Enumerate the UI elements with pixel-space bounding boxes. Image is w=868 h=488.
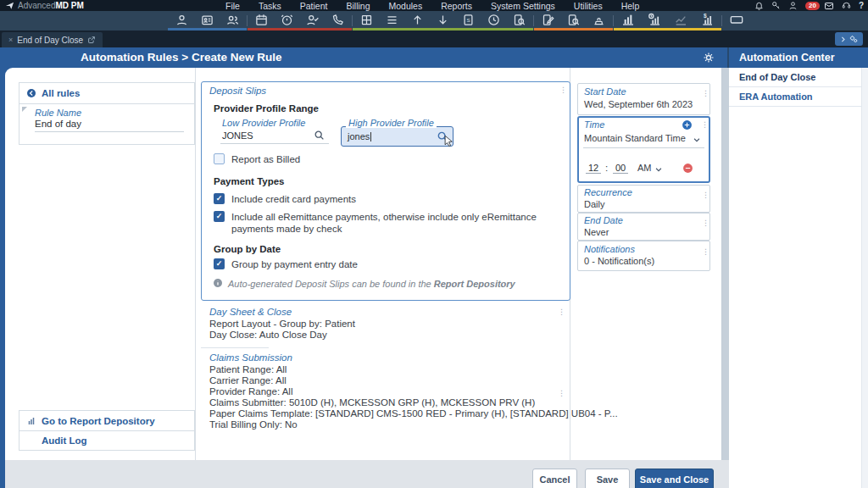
claims-line: Patient Range: All — [209, 364, 287, 374]
all-rules-button[interactable]: All rules — [19, 82, 195, 104]
deposit-slips-title: Deposit Slips — [209, 86, 266, 96]
charge-up-icon[interactable] — [411, 14, 424, 26]
group-by-date-heading: Group by Date — [214, 244, 281, 254]
report-schedule-icon[interactable] — [648, 13, 661, 26]
expand-settings-button[interactable] — [835, 32, 863, 46]
audit-log-icon — [26, 435, 36, 446]
remove-time-icon[interactable] — [682, 163, 693, 174]
tab-close-icon[interactable]: × — [8, 36, 13, 44]
cancel-button[interactable]: Cancel — [532, 469, 577, 488]
include-eremittance-checkbox[interactable]: ✓ — [214, 211, 225, 222]
charge-grid-icon[interactable] — [360, 14, 373, 26]
info-text-normal: Auto-generated Deposit Slips can be foun… — [228, 279, 434, 289]
drag-handle[interactable]: ⋮ — [702, 248, 709, 256]
audit-log-link[interactable]: Audit Log — [19, 430, 195, 451]
drag-handle[interactable]: ⋮ — [702, 191, 709, 199]
menu-help[interactable]: Help — [621, 1, 640, 11]
menu-reports[interactable]: Reports — [441, 1, 472, 11]
phone-icon[interactable] — [331, 14, 344, 26]
drag-handle[interactable]: ⋮ — [702, 219, 709, 227]
collections-stamp-icon[interactable] — [593, 14, 605, 26]
minute-input[interactable]: 00 — [613, 163, 628, 174]
tab-end-of-day-close[interactable]: × End of Day Close — [2, 32, 103, 47]
menu-modules[interactable]: Modules — [388, 1, 422, 11]
claims-line: Paper Claims Template: [STANDARD] CMS-15… — [209, 408, 618, 419]
ac-item-end-of-day-close[interactable]: End of Day Close — [729, 68, 868, 87]
timezone-select[interactable]: Mountain Standard Time — [584, 133, 686, 143]
report-chart-icon[interactable] — [621, 13, 635, 26]
tab-label: End of Day Close — [17, 36, 83, 45]
external-link-icon[interactable] — [87, 36, 96, 44]
ac-item-era-automation[interactable]: ERA Automation — [729, 87, 868, 107]
group-by-payment-entry-checkbox[interactable]: ✓ — [214, 258, 225, 269]
drag-handle[interactable]: ⋮ — [559, 86, 567, 94]
claims-line: Carrier Range: All — [209, 375, 287, 385]
help-icon[interactable]: ? — [859, 1, 864, 10]
include-credit-card-checkbox[interactable]: ✓ — [214, 193, 225, 204]
save-button[interactable]: Save — [585, 469, 630, 488]
automation-center-panel — [729, 47, 868, 488]
gears-icon — [849, 34, 859, 44]
icon-toolbar — [0, 11, 868, 30]
transaction-list-icon[interactable] — [386, 14, 398, 26]
brand-prefix: Advanced — [18, 1, 55, 10]
report-as-billed-checkbox[interactable] — [214, 153, 225, 164]
drag-handle[interactable]: ⋮ — [558, 390, 565, 397]
user-icon[interactable] — [788, 1, 798, 10]
go-to-report-depository-link[interactable]: Go to Report Depository — [19, 410, 195, 431]
select-underline — [583, 147, 704, 148]
menu-billing[interactable]: Billing — [346, 1, 370, 11]
report-depository-icon — [26, 416, 36, 426]
panel-scrollbar[interactable] — [861, 68, 868, 488]
rule-name-input[interactable]: End of day — [35, 119, 81, 129]
menu-system-settings[interactable]: System Settings — [491, 1, 555, 11]
time-clock-icon[interactable] — [487, 14, 500, 26]
menu-bar: File Tasks Patient Billing Modules Repor… — [225, 0, 639, 11]
headset-icon[interactable] — [842, 1, 851, 10]
menu-file[interactable]: File — [225, 1, 240, 11]
menu-utilities[interactable]: Utilities — [574, 1, 603, 11]
menu-tasks[interactable]: Tasks — [259, 1, 281, 11]
hour-input[interactable]: 12 — [586, 163, 601, 174]
financial-report-icon[interactable] — [700, 13, 714, 26]
mail-icon[interactable] — [824, 1, 834, 11]
patient-icon[interactable] — [175, 14, 188, 26]
keypad-icon[interactable] — [730, 13, 743, 26]
wait-list-alarm-icon[interactable] — [281, 14, 293, 26]
claim-review-icon[interactable] — [567, 14, 580, 26]
input-underline — [220, 143, 329, 144]
rule-name-label: Rule Name — [35, 108, 81, 118]
high-provider-profile-input[interactable]: jones — [341, 126, 453, 147]
claim-search-icon[interactable] — [513, 14, 526, 26]
drag-handle[interactable]: ⋮ — [558, 308, 565, 316]
payment-down-icon[interactable] — [437, 14, 449, 26]
appointment-person-icon[interactable] — [306, 14, 319, 26]
gear-icon[interactable] — [703, 52, 715, 64]
drag-handle[interactable]: ⋮ — [701, 121, 709, 129]
menu-patient[interactable]: Patient — [300, 1, 328, 11]
toolbar-group-reports — [614, 11, 721, 30]
app-logo: AdvancedMD PM — [5, 0, 84, 11]
claims-submission-title[interactable]: Claims Submission — [209, 352, 292, 363]
report-as-billed-label: Report as Billed — [231, 154, 300, 164]
scheduler-calendar-icon[interactable] — [255, 14, 268, 26]
high-provider-profile-label: High Provider Profile — [346, 118, 437, 128]
rule-name-card[interactable]: Rule Name End of day — [19, 103, 195, 145]
drag-handle[interactable]: ⋮ — [702, 90, 709, 97]
save-and-close-button[interactable]: Save and Close — [635, 469, 714, 488]
patient-chart-icon[interactable] — [201, 14, 214, 26]
message-count-badge[interactable]: 20 — [805, 2, 820, 10]
search-icon[interactable] — [314, 130, 325, 141]
key-icon[interactable] — [771, 1, 781, 10]
statement-icon[interactable] — [462, 14, 475, 26]
bell-icon[interactable] — [754, 1, 764, 10]
low-provider-profile-input[interactable]: JONES — [222, 130, 253, 141]
status-icons: 20 ? — [754, 0, 864, 11]
responsible-party-icon[interactable] — [226, 14, 239, 26]
chevron-down-icon[interactable] — [693, 136, 701, 144]
add-time-icon[interactable] — [682, 119, 693, 130]
claim-edit-icon[interactable] — [542, 14, 554, 26]
meridiem-select[interactable]: AM — [637, 163, 652, 173]
chevron-down-icon[interactable] — [654, 165, 663, 174]
day-sheet-title[interactable]: Day Sheet & Close — [209, 307, 292, 317]
